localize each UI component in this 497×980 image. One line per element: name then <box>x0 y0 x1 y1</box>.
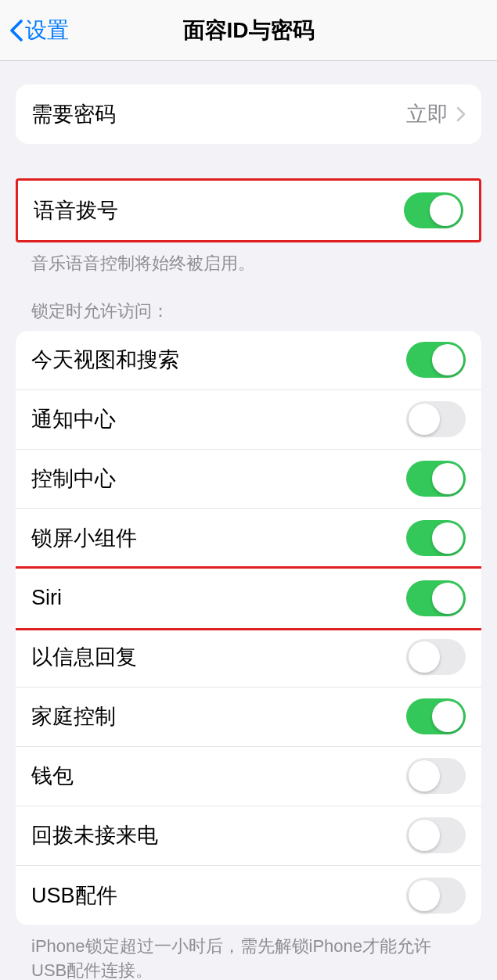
toggle-locked-item[interactable] <box>406 401 466 437</box>
row-label: 钱包 <box>31 762 74 790</box>
toggle-locked-item[interactable] <box>406 758 466 794</box>
row-label: 语音拨号 <box>34 196 118 224</box>
row-require-passcode[interactable]: 需要密码 立即 <box>16 84 481 144</box>
row-locked-item: 钱包 <box>16 747 481 806</box>
toggle-locked-item[interactable] <box>406 461 466 497</box>
row-label: 今天视图和搜索 <box>31 346 179 374</box>
page-title: 面容ID与密码 <box>0 16 497 45</box>
row-locked-item: 家庭控制 <box>16 687 481 747</box>
row-label: 以信息回复 <box>31 643 137 671</box>
row-value: 立即 <box>406 100 448 128</box>
row-label: 锁屏小组件 <box>31 524 137 552</box>
row-locked-item: 控制中心 <box>16 450 481 509</box>
group-locked-access: 今天视图和搜索通知中心控制中心锁屏小组件Siri以信息回复家庭控制钱包回拨未接来… <box>16 331 481 925</box>
nav-header: 设置 面容ID与密码 <box>0 0 497 61</box>
row-label: Siri <box>31 586 62 610</box>
row-label: USB配件 <box>31 881 117 910</box>
back-label: 设置 <box>25 16 69 45</box>
group-passcode: 需要密码 立即 <box>16 84 481 144</box>
row-locked-item: USB配件 <box>16 866 481 925</box>
toggle-locked-item[interactable] <box>406 639 466 675</box>
toggle-locked-item[interactable] <box>406 520 466 556</box>
row-locked-item: Siri <box>16 566 481 630</box>
row-label: 家庭控制 <box>31 702 116 731</box>
back-button[interactable]: 设置 <box>0 16 69 45</box>
chevron-right-icon <box>456 106 466 122</box>
row-label: 需要密码 <box>31 100 116 128</box>
toggle-locked-item[interactable] <box>406 698 466 734</box>
row-label: 回拨未接来电 <box>31 821 158 849</box>
row-label: 控制中心 <box>31 465 116 493</box>
row-locked-item: 回拨未接来电 <box>16 806 481 866</box>
row-locked-item: 通知中心 <box>16 390 481 450</box>
toggle-voice-dial[interactable] <box>404 192 463 228</box>
section-header-locked-access: 锁定时允许访问： <box>16 300 481 331</box>
chevron-left-icon <box>9 19 23 42</box>
toggle-locked-item[interactable] <box>406 342 466 378</box>
row-locked-item: 今天视图和搜索 <box>16 331 481 390</box>
row-locked-item: 以信息回复 <box>16 628 481 687</box>
caption-voice-dial: 音乐语音控制将始终被启用。 <box>16 242 481 276</box>
group-voice-dial: 语音拨号 <box>16 178 481 242</box>
toggle-locked-item[interactable] <box>406 580 466 616</box>
caption-locked-access: iPhone锁定超过一小时后，需先解锁iPhone才能允许USB配件连接。 <box>16 925 481 980</box>
row-locked-item: 锁屏小组件 <box>16 509 481 569</box>
row-voice-dial: 语音拨号 <box>18 181 479 240</box>
row-label: 通知中心 <box>31 405 116 433</box>
toggle-locked-item[interactable] <box>406 878 466 914</box>
toggle-locked-item[interactable] <box>406 817 466 853</box>
